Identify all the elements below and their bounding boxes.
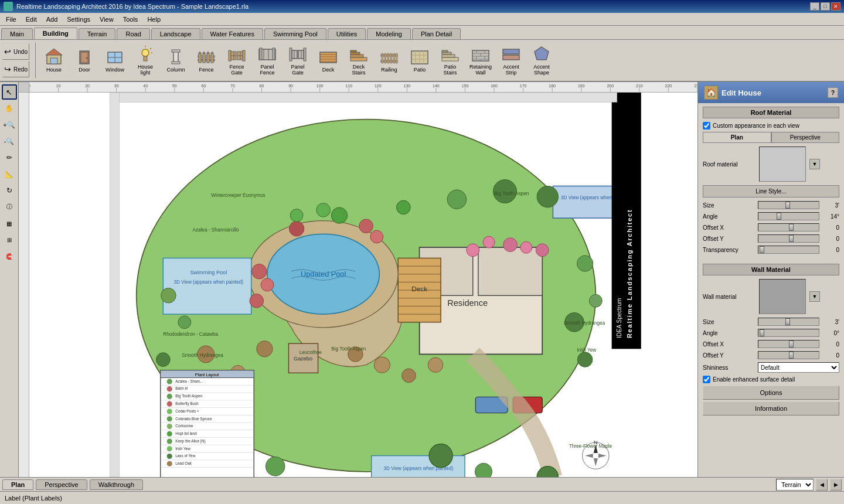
roof-material-preview[interactable]	[759, 147, 806, 182]
roof-material-dropdown[interactable]: ▼	[809, 159, 820, 169]
help-button[interactable]: ?	[828, 87, 838, 98]
maximize-button[interactable]: □	[821, 2, 830, 11]
roof-size-row: Size 3'	[703, 201, 839, 209]
wall-material-preview[interactable]	[759, 279, 806, 314]
tool-snap[interactable]: 🧲	[2, 248, 17, 264]
svg-point-221	[167, 454, 172, 459]
menu-tools[interactable]: Tools	[118, 15, 143, 24]
tab-road[interactable]: Road	[117, 28, 149, 39]
toolbar-column[interactable]: Column	[161, 42, 190, 79]
toolbar-railing[interactable]: Railing	[375, 42, 404, 79]
wall-material-dropdown[interactable]: ▼	[809, 291, 820, 302]
custom-appearance-checkbox[interactable]	[703, 122, 710, 130]
table-row-2: Balm irl	[175, 386, 188, 390]
toolbar-window[interactable]: Window	[100, 42, 130, 79]
tab-modeling[interactable]: Modeling	[367, 28, 411, 39]
svg-rect-21	[203, 53, 205, 63]
tab-plan-detail[interactable]: Plan Detail	[412, 28, 461, 39]
options-button[interactable]: Options	[703, 386, 839, 400]
svg-rect-1	[50, 58, 57, 64]
menu-view[interactable]: View	[95, 15, 118, 24]
toolbar-door[interactable]: Door	[70, 42, 99, 79]
tab-terrain[interactable]: Terrain	[79, 28, 116, 39]
menu-settings[interactable]: Settings	[62, 15, 95, 24]
tab-building[interactable]: Building	[34, 28, 77, 39]
wall-shininess-select[interactable]: Default Low Medium High	[758, 362, 839, 373]
fence-label: Fence	[199, 67, 213, 73]
tool-props[interactable]: ⓘ	[2, 199, 17, 214]
roof-transparency-slider[interactable]	[758, 246, 819, 254]
tab-water-features[interactable]: Water Features	[202, 28, 263, 39]
tab-main[interactable]: Main	[1, 28, 33, 39]
toolbar-panel-gate[interactable]: Panel Gate	[283, 42, 312, 79]
tool-select[interactable]: ↖	[2, 84, 17, 100]
menu-file[interactable]: File	[1, 15, 21, 24]
tab-perspective[interactable]: Perspective	[771, 132, 840, 143]
table-row-11: Lass of Yew	[175, 454, 195, 458]
tab-utilities[interactable]: Utilities	[328, 28, 366, 39]
roof-offset-x-slider[interactable]	[758, 223, 819, 231]
tool-zoom-out[interactable]: -🔍	[2, 134, 17, 149]
wall-offset-y-slider[interactable]	[758, 351, 819, 359]
redo-button[interactable]: ↪ Redo	[2, 61, 29, 77]
bottom-tab-plan[interactable]: Plan	[2, 479, 33, 490]
tool-rotate[interactable]: ↻	[2, 183, 17, 198]
enhanced-surface-checkbox[interactable]	[703, 376, 710, 383]
line-style-button[interactable]: Line Style...	[703, 185, 839, 197]
bottom-tab-perspective[interactable]: Perspective	[36, 479, 87, 490]
minimize-button[interactable]: _	[810, 2, 819, 11]
roof-offset-y-slider[interactable]	[758, 234, 819, 243]
tool-measure[interactable]: 📐	[2, 166, 17, 182]
toolbar-patio[interactable]: Patio	[405, 42, 434, 79]
right-panel: 🏠 Edit House ? Roof Material Custom appe…	[697, 82, 844, 477]
toolbar-retaining-wall[interactable]: Retaining Wall	[466, 42, 495, 79]
svg-point-217	[167, 424, 172, 429]
undo-button[interactable]: ↩ Undo	[2, 43, 29, 60]
toolbar-panel-fence[interactable]: Panel Fence	[253, 42, 282, 79]
toolbar-house[interactable]: House	[39, 42, 69, 79]
menu-edit[interactable]: Edit	[21, 15, 42, 24]
tool-grid[interactable]: ⊞	[2, 232, 17, 247]
svg-marker-86	[535, 47, 549, 60]
wall-angle-row: Angle 0°	[703, 329, 839, 337]
menu-help[interactable]: Help	[142, 15, 165, 24]
information-button[interactable]: Information	[703, 401, 839, 416]
toolbar-patio-stairs[interactable]: Patio Stairs	[435, 42, 465, 79]
drawing-canvas[interactable]: Residence Deck Updated Pool	[29, 93, 697, 477]
wall-offset-x-slider[interactable]	[758, 340, 819, 348]
toolbar-deck[interactable]: Deck	[314, 42, 343, 79]
wall-angle-slider[interactable]	[758, 329, 819, 337]
nav-prev-button[interactable]: ◀	[816, 479, 828, 491]
canvas-area[interactable]: 0102030405060708090100110120130140150160…	[19, 82, 697, 477]
tab-swimming-pool[interactable]: Swimming Pool	[264, 28, 326, 39]
tool-pan[interactable]: ✋	[2, 101, 17, 116]
tab-landscape[interactable]: Landscape	[151, 28, 200, 39]
svg-point-189	[331, 207, 347, 223]
svg-text:100: 100	[316, 84, 324, 88]
column-label: Column	[166, 67, 185, 73]
3d-view-label-pool: 3D View (appears when painted)	[173, 280, 243, 285]
tool-draw[interactable]: ✏	[2, 150, 17, 165]
tab-plan[interactable]: Plan	[703, 132, 771, 143]
wall-size-slider[interactable]	[758, 318, 819, 326]
svg-point-212	[167, 386, 172, 391]
svg-rect-27	[229, 50, 231, 61]
toolbar-accent-shape[interactable]: Accent Shape	[527, 42, 556, 79]
toolbar-deck-stairs[interactable]: Deck Stairs	[344, 42, 373, 79]
svg-marker-24	[207, 52, 209, 53]
close-button[interactable]: ✕	[831, 2, 840, 11]
menu-add[interactable]: Add	[42, 15, 63, 24]
tool-layers[interactable]: ▦	[2, 216, 17, 231]
toolbar-fence-gate[interactable]: Fence Gate	[222, 42, 251, 79]
svg-point-185	[503, 238, 518, 252]
logo-idea-spectrum: IDEA Spectrum	[616, 298, 622, 338]
roof-angle-slider[interactable]	[758, 212, 819, 220]
terrain-select[interactable]: Terrain	[776, 479, 814, 491]
bottom-tab-walkthrough[interactable]: Walkthrough	[90, 479, 143, 490]
toolbar-accent-strip[interactable]: Accent Strip	[496, 42, 526, 79]
toolbar-house-light[interactable]: House light	[131, 42, 160, 79]
tool-zoom-in[interactable]: +🔍	[2, 117, 17, 132]
nav-next-button[interactable]: ▶	[830, 479, 842, 491]
roof-size-slider[interactable]	[758, 201, 819, 209]
toolbar-fence[interactable]: Fence	[192, 42, 221, 79]
